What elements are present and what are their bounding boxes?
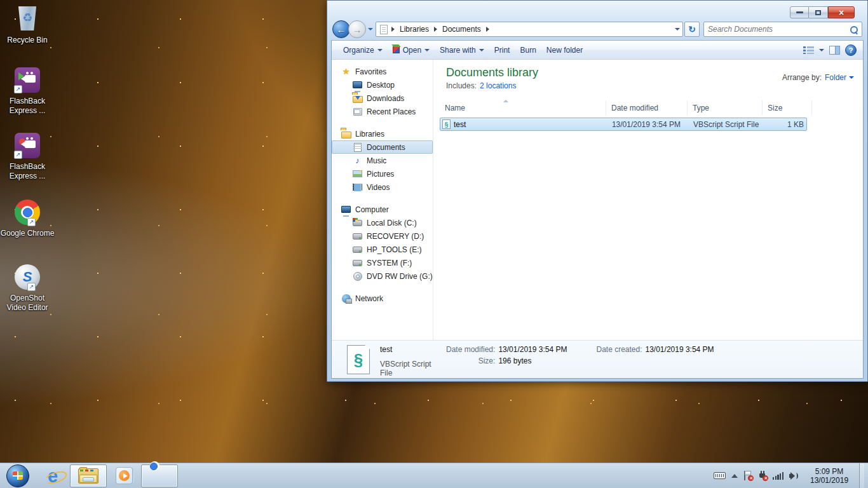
navigation-pane: ★Favorites Desktop Downloads Recent Plac…: [332, 60, 433, 340]
system-drive-icon: [352, 218, 363, 228]
chevron-down-icon: [849, 76, 854, 79]
forward-button[interactable]: →: [348, 20, 366, 38]
forward-icon: →: [353, 24, 362, 35]
recent-pages-dropdown-icon[interactable]: [368, 28, 373, 30]
command-bar: Organize Open Share with Print Burn New …: [332, 41, 863, 60]
search-input[interactable]: [708, 25, 850, 34]
taskbar-windows-media-player[interactable]: [111, 464, 137, 487]
window-titlebar[interactable]: × ← → Libraries Documents ↻: [331, 1, 864, 40]
power-status-icon[interactable]: [758, 471, 767, 480]
media-player-icon: [116, 467, 133, 484]
locations-link[interactable]: 2 locations: [480, 81, 516, 90]
sidebar-label: DVD RW Drive (G:) G: [367, 272, 433, 281]
sidebar-item-documents[interactable]: Documents: [332, 140, 433, 154]
column-header-size[interactable]: Size: [763, 100, 812, 115]
desktop-icon-openshot[interactable]: S↗ OpenShot Video Editor: [0, 264, 55, 313]
share-with-button[interactable]: Share with: [435, 43, 489, 57]
print-button[interactable]: Print: [489, 43, 515, 57]
sidebar-label: HP_TOOLS (E:): [367, 245, 421, 254]
taskbar: e 5:09 PM 13/01/2019: [0, 463, 868, 488]
sort-ascending-icon: [503, 100, 508, 102]
close-button[interactable]: ×: [828, 6, 855, 18]
search-box[interactable]: [703, 22, 862, 37]
help-icon[interactable]: ?: [845, 44, 857, 56]
start-button[interactable]: [6, 464, 29, 487]
file-date-modified: 13/01/2019 3:54 PM: [607, 120, 688, 129]
sidebar-item-favorites[interactable]: ★Favorites: [332, 65, 433, 78]
column-header-type[interactable]: Type: [688, 100, 763, 115]
taskbar-internet-explorer[interactable]: e: [40, 464, 65, 487]
sidebar-label: Documents: [367, 143, 405, 152]
sidebar-item-recovery-d[interactable]: RECOVERY (D:): [332, 229, 433, 243]
network-signal-icon[interactable]: [773, 471, 783, 480]
taskbar-google-chrome[interactable]: [141, 464, 178, 487]
sidebar-item-libraries[interactable]: Libraries: [332, 127, 433, 140]
column-header-date-modified[interactable]: Date modified: [606, 100, 688, 115]
maximize-icon: [815, 10, 821, 15]
show-desktop-button[interactable]: [859, 463, 864, 488]
sidebar-item-computer[interactable]: Computer: [332, 203, 433, 216]
volume-icon[interactable]: [789, 471, 799, 480]
sidebar-item-hp-tools-e[interactable]: HP_TOOLS (E:): [332, 243, 433, 256]
action-center-icon[interactable]: [743, 471, 752, 480]
breadcrumb-arrow-icon[interactable]: [486, 27, 489, 32]
organize-button[interactable]: Organize: [338, 43, 388, 57]
breadcrumb-libraries[interactable]: Libraries: [396, 22, 433, 36]
taskbar-clock[interactable]: 5:09 PM 13/01/2019: [805, 467, 853, 485]
close-icon: ×: [839, 8, 844, 17]
error-badge-icon: [763, 475, 768, 481]
file-row-test[interactable]: §test 13/01/2019 3:54 PM VBScript Script…: [440, 118, 807, 131]
windows-logo-icon: [13, 471, 23, 480]
address-dropdown-icon[interactable]: [675, 28, 680, 30]
desktop-icon-flashback-player[interactable]: ↗ FlashBack Express ...: [0, 67, 55, 116]
column-header-name[interactable]: Name: [440, 100, 606, 115]
burn-button[interactable]: Burn: [515, 43, 541, 57]
sidebar-item-system-f[interactable]: SYSTEM (F:): [332, 256, 433, 269]
sidebar-item-music[interactable]: ♪Music: [332, 154, 433, 167]
breadcrumb-arrow-icon[interactable]: [391, 27, 395, 32]
open-button[interactable]: Open: [388, 43, 435, 57]
search-icon[interactable]: [850, 25, 858, 34]
sidebar-label: Recent Places: [367, 107, 416, 116]
system-tray: 5:09 PM 13/01/2019: [714, 463, 868, 488]
desktop-icon-google-chrome[interactable]: ↗ Google Chrome: [0, 200, 55, 238]
sidebar-item-downloads[interactable]: Downloads: [332, 92, 433, 105]
address-bar[interactable]: Libraries Documents: [376, 22, 683, 37]
error-badge-icon: [748, 475, 754, 481]
chevron-down-icon: [424, 49, 430, 51]
minimize-button[interactable]: [790, 6, 809, 18]
desktop-icon-label: FlashBack Express ...: [0, 162, 55, 181]
minimize-icon: [796, 11, 803, 13]
show-hidden-icons-button[interactable]: [731, 474, 738, 478]
back-button[interactable]: ←: [332, 20, 350, 38]
details-pane: § test VBScript Script File Date modifie…: [332, 340, 863, 378]
drive-icon: [352, 245, 363, 255]
new-folder-button[interactable]: New folder: [541, 43, 588, 57]
desktop-icon-recycle-bin[interactable]: ♻ Recycle Bin: [0, 5, 55, 45]
preview-pane-icon[interactable]: [829, 46, 840, 55]
sidebar-item-recent-places[interactable]: Recent Places: [332, 105, 433, 118]
touch-keyboard-icon[interactable]: [714, 472, 726, 479]
sidebar-item-dvd-g[interactable]: DVD RW Drive (G:) G: [332, 269, 433, 283]
organize-label: Organize: [343, 46, 374, 55]
maximize-button[interactable]: [809, 6, 828, 18]
refresh-button[interactable]: ↻: [684, 22, 700, 37]
views-dropdown-icon[interactable]: [819, 49, 824, 51]
clock-time: 5:09 PM: [810, 467, 848, 476]
shortcut-arrow-icon: ↗: [14, 151, 22, 159]
shortcut-arrow-icon: ↗: [27, 283, 36, 291]
desktop-icon-flashback-recorder[interactable]: ↗ FlashBack Express ...: [0, 133, 55, 181]
change-view-icon[interactable]: [803, 46, 814, 54]
arrange-by-label: Arrange by:: [782, 73, 822, 82]
sidebar-item-pictures[interactable]: Pictures: [332, 167, 433, 180]
breadcrumb-documents[interactable]: Documents: [438, 22, 485, 36]
sidebar-item-desktop[interactable]: Desktop: [332, 78, 433, 92]
sidebar-item-local-disk-c[interactable]: Local Disk (C:): [332, 216, 433, 229]
desktop-icon-label: FlashBack Express ...: [0, 97, 55, 116]
breadcrumb-arrow-icon[interactable]: [434, 27, 437, 32]
sidebar-item-network[interactable]: Network: [332, 292, 433, 305]
taskbar-windows-explorer[interactable]: [70, 464, 107, 487]
arrange-by-dropdown[interactable]: Folder: [825, 73, 854, 82]
details-file-type: VBScript Script File: [380, 360, 441, 377]
sidebar-item-videos[interactable]: Videos: [332, 180, 433, 194]
